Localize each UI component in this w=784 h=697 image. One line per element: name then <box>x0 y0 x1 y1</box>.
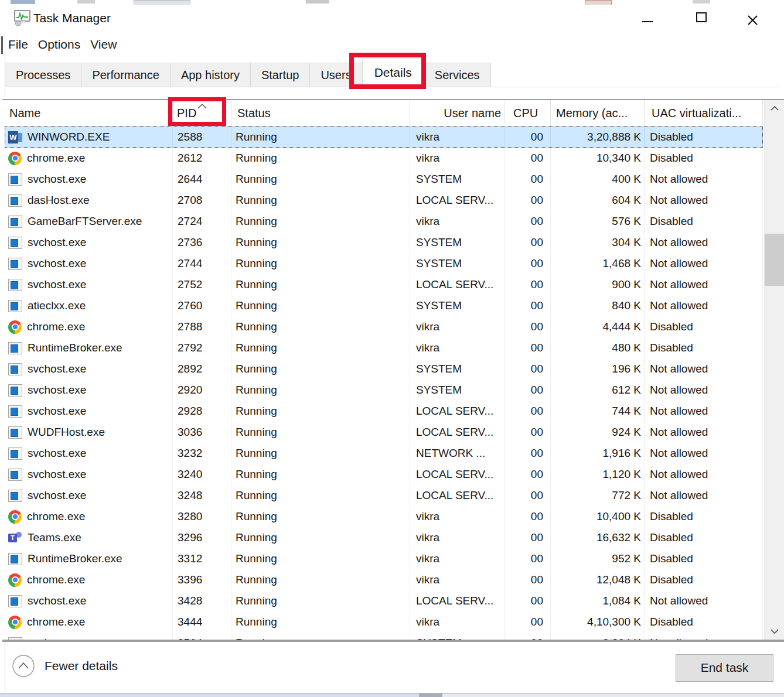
process-cpu: 00 <box>505 190 551 211</box>
process-icon <box>8 299 22 313</box>
table-row[interactable]: svchost.exe 3240 Running LOCAL SERV... 0… <box>5 464 763 485</box>
process-user: SYSTEM <box>410 633 505 640</box>
table-row[interactable]: svchost.exe 2644 Running SYSTEM 00 400 K… <box>5 169 763 190</box>
process-icon <box>8 426 22 439</box>
tab[interactable]: Services <box>424 63 491 87</box>
table-row[interactable]: svchost.exe 3428 Running LOCAL SERV... 0… <box>5 590 763 611</box>
process-pid: 2792 <box>173 337 231 358</box>
process-name: RuntimeBroker.exe <box>28 548 122 569</box>
menu-item[interactable]: File <box>8 37 28 52</box>
tab-label: Users <box>321 69 351 81</box>
tab[interactable]: App history <box>170 63 251 87</box>
table-row[interactable]: svchost.exe 3232 Running NETWORK ... 00 … <box>5 443 763 464</box>
table-row[interactable]: WINWORD.EXE 2588 Running vikra 00 3,20,8… <box>5 127 763 148</box>
process-memory: 612 K <box>551 380 645 401</box>
menu-item[interactable]: View <box>90 37 117 52</box>
process-status: Running <box>231 316 410 337</box>
table-row[interactable]: chrome.exe 2612 Running vikra 00 10,340 … <box>5 148 763 169</box>
table-row[interactable]: svchost.exe 3248 Running LOCAL SERV... 0… <box>5 485 763 506</box>
table-row[interactable]: chrome.exe 3280 Running vikra 00 10,400 … <box>5 506 763 527</box>
minimize-icon <box>642 21 653 22</box>
title-bar: Task Manager <box>5 5 784 35</box>
process-icon <box>8 278 22 292</box>
process-user: LOCAL SERV... <box>410 190 505 211</box>
end-task-button[interactable]: End task <box>676 654 773 682</box>
minimize-button[interactable] <box>634 5 661 35</box>
process-pid: 2744 <box>173 253 231 274</box>
process-cpu: 00 <box>505 211 551 232</box>
process-memory: 10,400 K <box>551 506 645 527</box>
task-manager-icon <box>13 8 32 29</box>
process-cpu: 00 <box>505 232 551 253</box>
tab[interactable]: Processes <box>5 63 81 87</box>
scroll-up-button[interactable] <box>765 100 784 117</box>
table-row[interactable]: atieclxx.exe 2760 Running SYSTEM 00 840 … <box>5 295 763 316</box>
table-row[interactable]: RuntimeBroker.exe 2792 Running vikra 00 … <box>5 337 763 358</box>
table-row[interactable]: Teams.exe 3296 Running vikra 00 16,632 K… <box>5 527 763 548</box>
process-status: Running <box>231 506 410 527</box>
column-header-label: Name <box>9 107 40 119</box>
process-user: vikra <box>410 548 505 569</box>
process-name: svchost.exe <box>28 253 86 274</box>
process-pid: 3280 <box>173 506 231 527</box>
column-header-label: UAC virtualizati... <box>652 107 741 119</box>
process-pid: 3248 <box>173 485 231 506</box>
process-uac: Disabled <box>645 611 763 633</box>
process-cpu: 00 <box>505 169 551 190</box>
scrollbar-thumb[interactable] <box>765 234 784 286</box>
table-row[interactable]: svchost.exe 2920 Running SYSTEM 00 612 K… <box>5 380 763 401</box>
table-row[interactable]: WUDFHost.exe 3036 Running LOCAL SERV... … <box>5 422 763 443</box>
column-header-label: Memory (ac... <box>556 107 628 119</box>
process-uac: Not allowed <box>645 401 763 422</box>
tab-label: App history <box>181 69 240 81</box>
tab[interactable]: Users <box>309 63 362 87</box>
column-header[interactable]: UAC virtualizati... <box>645 100 763 127</box>
background-fragment <box>77 0 95 4</box>
table-row[interactable]: svchost.exe 2736 Running SYSTEM 00 304 K… <box>5 232 763 253</box>
process-icon <box>8 531 22 545</box>
table-row[interactable]: chrome.exe 2788 Running vikra 00 4,444 K… <box>5 316 763 337</box>
table-row[interactable]: svchost.exe 2744 Running SYSTEM 00 1,468… <box>5 253 763 274</box>
maximize-button[interactable] <box>687 5 714 35</box>
process-name: svchost.exe <box>28 169 86 190</box>
menu-item[interactable]: Options <box>38 37 80 52</box>
table-row[interactable]: GameBarFTServer.exe 2724 Running vikra 0… <box>5 211 763 232</box>
table-row[interactable]: svchost.exe 2892 Running SYSTEM 00 196 K… <box>5 358 763 380</box>
process-icon <box>8 236 22 250</box>
table-row[interactable]: chrome.exe 3396 Running vikra 00 12,048 … <box>5 569 763 590</box>
table-row[interactable]: RuntimeBroker.exe 3312 Running vikra 00 … <box>5 548 763 569</box>
column-header[interactable]: User name <box>410 100 505 127</box>
process-status: Running <box>231 611 410 633</box>
table-row[interactable]: svchost.exe 2752 Running LOCAL SERV... 0… <box>5 274 763 295</box>
process-user: LOCAL SERV... <box>410 485 505 506</box>
column-header[interactable]: Name <box>5 100 173 127</box>
scroll-down-button[interactable] <box>765 623 784 640</box>
table-row[interactable]: svchost.exe 2928 Running LOCAL SERV... 0… <box>5 401 763 422</box>
column-header[interactable]: Status <box>231 100 410 127</box>
process-uac: Not allowed <box>645 380 763 401</box>
process-memory: 400 K <box>551 169 645 190</box>
fewer-details-toggle[interactable]: Fewer details <box>12 654 118 678</box>
process-uac: Disabled <box>645 506 763 527</box>
tab[interactable]: Performance <box>81 63 171 87</box>
process-user: vikra <box>410 569 505 590</box>
table-row[interactable]: svchost.exe 3504 Running SYSTEM 00 3,304… <box>5 633 763 640</box>
close-button[interactable] <box>739 5 766 35</box>
process-memory: 196 K <box>551 358 645 380</box>
vertical-scrollbar[interactable] <box>764 100 784 640</box>
process-uac: Disabled <box>645 148 763 169</box>
column-header[interactable]: Memory (ac... <box>551 100 645 127</box>
tab[interactable]: Startup <box>250 63 310 87</box>
process-name: svchost.exe <box>28 380 86 401</box>
table-row[interactable]: chrome.exe 3444 Running vikra 00 4,10,30… <box>5 611 763 633</box>
column-header[interactable]: CPU <box>505 100 551 127</box>
process-cpu: 00 <box>505 358 551 380</box>
tab-label: Performance <box>92 69 159 81</box>
tab[interactable]: Details <box>362 59 424 87</box>
process-pid: 3296 <box>173 527 231 548</box>
process-icon <box>8 215 22 228</box>
window-title: Task Manager <box>33 11 111 25</box>
table-row[interactable]: dasHost.exe 2708 Running LOCAL SERV... 0… <box>5 190 763 211</box>
process-uac: Not allowed <box>645 590 763 611</box>
process-uac: Disabled <box>645 337 763 358</box>
